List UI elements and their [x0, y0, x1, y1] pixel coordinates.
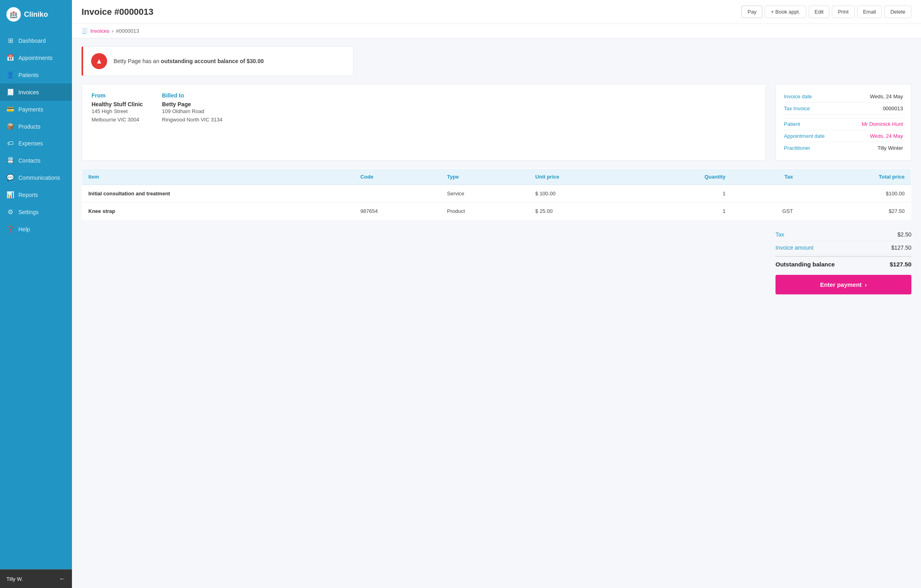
book-appt-button[interactable]: + Book appt.	[765, 6, 806, 18]
alert-text: Betty Page has an outstanding account ba…	[114, 58, 264, 64]
col-code: Code	[354, 169, 441, 185]
sidebar-item-help[interactable]: ❓ Help	[0, 220, 72, 238]
pay-button[interactable]: Pay	[742, 6, 762, 18]
alert-icon: ▲	[91, 53, 107, 69]
sidebar-item-expenses[interactable]: 🏷 Expenses	[0, 135, 72, 152]
from-name: Healthy Stuff Clinic	[92, 101, 143, 107]
patients-icon: 👤	[6, 71, 14, 79]
practitioner-val: Tilly Winter	[877, 145, 903, 151]
row1-item: Initial consultation and treatment	[82, 185, 354, 203]
sidebar: 🏥 Cliniko ⊞ Dashboard 📅 Appointments 👤 P…	[0, 0, 72, 588]
app-name: Cliniko	[24, 10, 48, 19]
billed-to-address1: 109 Oldham Road	[162, 107, 222, 116]
row1-unit-price: $ 100.00	[529, 185, 634, 203]
billed-to-block: Billed to Betty Page 109 Oldham Road Rin…	[162, 92, 222, 152]
app-logo: 🏥 Cliniko	[0, 0, 72, 29]
email-button[interactable]: Email	[857, 6, 882, 18]
appointments-icon: 📅	[6, 54, 14, 62]
settings-icon: ⚙	[6, 208, 14, 216]
alert-message-bold: outstanding account balance of $30.00	[161, 58, 264, 64]
sidebar-item-label: Products	[18, 123, 40, 130]
sidebar-item-contacts[interactable]: 📇 Contacts	[0, 152, 72, 169]
appointment-date-row: Appointment date Weds, 24 May	[784, 130, 903, 142]
payments-icon: 💳	[6, 105, 14, 113]
from-label: From	[92, 92, 143, 99]
reports-icon: 📊	[6, 191, 14, 199]
patient-label: Patient	[784, 121, 800, 127]
outstanding-balance-label: Outstanding balance	[775, 261, 835, 268]
billed-to-address2: Ringwood North VIC 3134	[162, 116, 222, 124]
header-actions: Pay + Book appt. Edit Print Email Delete	[742, 6, 911, 18]
invoice-top-section: From Healthy Stuff Clinic 145 High Stree…	[82, 84, 911, 161]
print-button[interactable]: Print	[832, 6, 855, 18]
invoice-amount-label: Invoice amount	[775, 244, 813, 251]
tax-total-label: Tax	[775, 231, 784, 238]
tax-total-row: Tax $2.50	[775, 228, 911, 241]
patient-val: Mr Dominick Hunt	[862, 121, 903, 127]
sidebar-item-label: Reports	[18, 192, 38, 198]
collapse-sidebar-button[interactable]: ←	[59, 575, 66, 582]
enter-payment-chevron-icon: ›	[865, 281, 867, 288]
col-quantity: Quantity	[634, 169, 732, 185]
totals-section: Tax $2.50 Invoice amount $127.50 Outstan…	[82, 228, 911, 294]
row2-quantity: 1	[634, 203, 732, 220]
breadcrumb-parent-link[interactable]: Invoices	[90, 28, 110, 34]
breadcrumb: 🧾 Invoices › #0000013	[72, 24, 921, 38]
delete-button[interactable]: Delete	[884, 6, 911, 18]
sidebar-item-products[interactable]: 📦 Products	[0, 118, 72, 135]
contacts-icon: 📇	[6, 157, 14, 164]
billed-to-label: Billed to	[162, 92, 222, 99]
main-content: Invoice #0000013 Pay + Book appt. Edit P…	[72, 0, 921, 588]
sidebar-item-label: Expenses	[18, 140, 43, 147]
outstanding-balance-val: $127.50	[890, 261, 911, 268]
col-tax: Tax	[732, 169, 799, 185]
totals-box: Tax $2.50 Invoice amount $127.50 Outstan…	[775, 228, 911, 294]
row2-item: Knee strap	[82, 203, 354, 220]
sidebar-item-appointments[interactable]: 📅 Appointments	[0, 49, 72, 66]
row1-type: Service	[441, 185, 529, 203]
sidebar-item-label: Dashboard	[18, 38, 46, 44]
sidebar-nav: ⊞ Dashboard 📅 Appointments 👤 Patients 🧾 …	[0, 29, 72, 569]
col-total-price: Total price	[799, 169, 911, 185]
appointment-date-label: Appointment date	[784, 133, 825, 139]
patient-row: Patient Mr Dominick Hunt	[784, 118, 903, 130]
page-content: ▲ Betty Page has an outstanding account …	[72, 38, 921, 588]
products-icon: 📦	[6, 123, 14, 130]
sidebar-item-label: Payments	[18, 106, 43, 113]
from-address2: Melbourne VIC 3004	[92, 116, 143, 124]
alert-message-prefix: has an	[141, 58, 161, 64]
table-row: Initial consultation and treatment Servi…	[82, 185, 911, 203]
page-header: Invoice #0000013 Pay + Book appt. Edit P…	[72, 0, 921, 24]
enter-payment-label: Enter payment	[820, 281, 861, 288]
edit-button[interactable]: Edit	[809, 6, 829, 18]
invoices-icon: 🧾	[6, 88, 14, 96]
sidebar-footer: Tilly W. ←	[0, 569, 72, 588]
row1-tax	[732, 185, 799, 203]
breadcrumb-current: #0000013	[116, 28, 139, 34]
row1-total-price: $100.00	[799, 185, 911, 203]
appointment-date-val: Weds, 24 May	[870, 133, 903, 139]
sidebar-item-settings[interactable]: ⚙ Settings	[0, 203, 72, 220]
row2-total-price: $27.50	[799, 203, 911, 220]
sidebar-item-dashboard[interactable]: ⊞ Dashboard	[0, 32, 72, 49]
row2-code: 987654	[354, 203, 441, 220]
outstanding-balance-row: Outstanding balance $127.50	[775, 256, 911, 272]
sidebar-item-label: Appointments	[18, 55, 53, 61]
row2-tax: GST	[732, 203, 799, 220]
sidebar-item-patients[interactable]: 👤 Patients	[0, 66, 72, 83]
sidebar-item-label: Help	[18, 226, 30, 232]
sidebar-item-payments[interactable]: 💳 Payments	[0, 101, 72, 118]
invoice-date-label: Invoice date	[784, 93, 812, 99]
tax-total-val: $2.50	[897, 231, 911, 238]
enter-payment-button[interactable]: Enter payment ›	[775, 275, 911, 294]
invoice-amount-row: Invoice amount $127.50	[775, 241, 911, 254]
tax-invoice-label: Tax Invoice	[784, 105, 810, 111]
communications-icon: 💬	[6, 174, 14, 181]
sidebar-item-communications[interactable]: 💬 Communications	[0, 169, 72, 186]
sidebar-item-reports[interactable]: 📊 Reports	[0, 186, 72, 203]
invoice-details-box: Invoice date Weds, 24 May Tax Invoice 00…	[775, 84, 911, 161]
col-unit-price: Unit price	[529, 169, 634, 185]
from-billed-section: From Healthy Stuff Clinic 145 High Stree…	[82, 84, 766, 161]
row1-quantity: 1	[634, 185, 732, 203]
sidebar-item-invoices[interactable]: 🧾 Invoices	[0, 83, 72, 101]
